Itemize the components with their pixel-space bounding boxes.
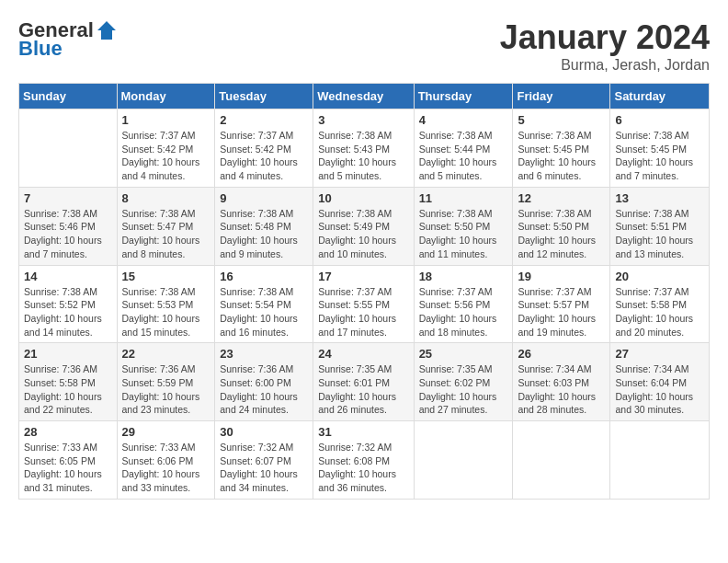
day-info: Sunrise: 7:36 AMSunset: 6:00 PMDaylight:… xyxy=(220,362,308,417)
day-number: 20 xyxy=(615,270,704,283)
calendar-cell xyxy=(610,421,710,500)
header-saturday: Saturday xyxy=(610,84,710,109)
day-info: Sunrise: 7:35 AMSunset: 6:01 PMDaylight:… xyxy=(318,362,408,417)
day-info: Sunrise: 7:36 AMSunset: 5:59 PMDaylight:… xyxy=(122,362,210,417)
calendar-subtitle: Burma, Jerash, Jordan xyxy=(500,57,710,74)
calendar-cell: 19Sunrise: 7:37 AMSunset: 5:57 PMDayligh… xyxy=(513,265,610,343)
calendar-cell: 23Sunrise: 7:36 AMSunset: 6:00 PMDayligh… xyxy=(215,343,313,421)
day-number: 22 xyxy=(122,347,210,361)
calendar-cell: 3Sunrise: 7:38 AMSunset: 5:43 PMDaylight… xyxy=(313,109,414,188)
calendar-cell: 21Sunrise: 7:36 AMSunset: 5:58 PMDayligh… xyxy=(19,343,118,421)
logo-icon xyxy=(96,19,118,41)
calendar-cell: 1Sunrise: 7:37 AMSunset: 5:42 PMDaylight… xyxy=(117,109,215,188)
day-info: Sunrise: 7:38 AMSunset: 5:49 PMDaylight:… xyxy=(318,207,408,261)
day-number: 11 xyxy=(419,191,508,205)
day-number: 8 xyxy=(122,191,210,205)
day-number: 25 xyxy=(419,347,508,361)
day-number: 24 xyxy=(318,347,408,361)
calendar-title: January 2024 xyxy=(500,18,710,57)
day-info: Sunrise: 7:38 AMSunset: 5:54 PMDaylight:… xyxy=(220,285,308,339)
calendar-cell: 10Sunrise: 7:38 AMSunset: 5:49 PMDayligh… xyxy=(313,187,414,265)
calendar-cell: 16Sunrise: 7:38 AMSunset: 5:54 PMDayligh… xyxy=(215,265,313,343)
day-info: Sunrise: 7:34 AMSunset: 6:03 PMDaylight:… xyxy=(518,362,605,417)
calendar-cell: 13Sunrise: 7:38 AMSunset: 5:51 PMDayligh… xyxy=(610,187,710,265)
day-info: Sunrise: 7:32 AMSunset: 6:07 PMDaylight:… xyxy=(220,441,308,495)
day-info: Sunrise: 7:33 AMSunset: 6:06 PMDaylight:… xyxy=(122,441,210,495)
header-thursday: Thursday xyxy=(414,84,513,109)
week-row-4: 21Sunrise: 7:36 AMSunset: 5:58 PMDayligh… xyxy=(19,343,710,421)
calendar-cell: 27Sunrise: 7:34 AMSunset: 6:04 PMDayligh… xyxy=(610,343,710,421)
calendar-cell: 7Sunrise: 7:38 AMSunset: 5:46 PMDaylight… xyxy=(19,187,118,265)
week-row-5: 28Sunrise: 7:33 AMSunset: 6:05 PMDayligh… xyxy=(19,421,710,500)
svg-marker-0 xyxy=(97,21,116,40)
calendar-cell: 12Sunrise: 7:38 AMSunset: 5:50 PMDayligh… xyxy=(513,187,610,265)
day-number: 17 xyxy=(318,270,408,283)
day-info: Sunrise: 7:38 AMSunset: 5:48 PMDaylight:… xyxy=(220,207,308,261)
day-number: 10 xyxy=(318,191,408,205)
calendar-cell xyxy=(414,421,513,500)
logo-blue-text: Blue xyxy=(18,37,63,61)
day-info: Sunrise: 7:37 AMSunset: 5:56 PMDaylight:… xyxy=(419,285,508,339)
calendar-cell: 20Sunrise: 7:37 AMSunset: 5:58 PMDayligh… xyxy=(610,265,710,343)
calendar-cell: 18Sunrise: 7:37 AMSunset: 5:56 PMDayligh… xyxy=(414,265,513,343)
calendar-cell: 30Sunrise: 7:32 AMSunset: 6:07 PMDayligh… xyxy=(215,421,313,500)
day-info: Sunrise: 7:38 AMSunset: 5:47 PMDaylight:… xyxy=(122,207,210,261)
day-info: Sunrise: 7:37 AMSunset: 5:58 PMDaylight:… xyxy=(615,285,704,339)
day-number: 4 xyxy=(419,113,508,127)
day-info: Sunrise: 7:37 AMSunset: 5:57 PMDaylight:… xyxy=(518,285,605,339)
day-info: Sunrise: 7:33 AMSunset: 6:05 PMDaylight:… xyxy=(24,441,112,495)
calendar-cell: 11Sunrise: 7:38 AMSunset: 5:50 PMDayligh… xyxy=(414,187,513,265)
calendar-cell: 8Sunrise: 7:38 AMSunset: 5:47 PMDaylight… xyxy=(117,187,215,265)
day-number: 2 xyxy=(220,113,308,127)
day-number: 6 xyxy=(615,113,704,127)
header-wednesday: Wednesday xyxy=(313,84,414,109)
day-info: Sunrise: 7:35 AMSunset: 6:02 PMDaylight:… xyxy=(419,362,508,417)
day-info: Sunrise: 7:38 AMSunset: 5:46 PMDaylight:… xyxy=(24,207,112,261)
calendar-cell: 15Sunrise: 7:38 AMSunset: 5:53 PMDayligh… xyxy=(117,265,215,343)
page-header: General Blue January 2024 Burma, Jerash,… xyxy=(18,18,710,74)
header-monday: Monday xyxy=(117,84,215,109)
calendar-cell: 2Sunrise: 7:37 AMSunset: 5:42 PMDaylight… xyxy=(215,109,313,188)
day-number: 23 xyxy=(220,347,308,361)
day-info: Sunrise: 7:36 AMSunset: 5:58 PMDaylight:… xyxy=(24,362,112,417)
day-number: 9 xyxy=(220,191,308,205)
day-number: 12 xyxy=(518,191,605,205)
calendar-cell: 22Sunrise: 7:36 AMSunset: 5:59 PMDayligh… xyxy=(117,343,215,421)
day-info: Sunrise: 7:38 AMSunset: 5:51 PMDaylight:… xyxy=(615,207,704,261)
day-info: Sunrise: 7:37 AMSunset: 5:42 PMDaylight:… xyxy=(122,129,210,183)
calendar-cell xyxy=(19,109,118,188)
header-friday: Friday xyxy=(513,84,610,109)
day-info: Sunrise: 7:38 AMSunset: 5:45 PMDaylight:… xyxy=(518,129,605,183)
day-info: Sunrise: 7:38 AMSunset: 5:52 PMDaylight:… xyxy=(24,285,112,339)
title-section: January 2024 Burma, Jerash, Jordan xyxy=(500,18,710,74)
day-number: 13 xyxy=(615,191,704,205)
calendar-cell: 6Sunrise: 7:38 AMSunset: 5:45 PMDaylight… xyxy=(610,109,710,188)
day-number: 26 xyxy=(518,347,605,361)
day-number: 3 xyxy=(318,113,408,127)
calendar-cell: 24Sunrise: 7:35 AMSunset: 6:01 PMDayligh… xyxy=(313,343,414,421)
day-number: 21 xyxy=(24,347,112,361)
calendar-table: SundayMondayTuesdayWednesdayThursdayFrid… xyxy=(18,83,710,500)
header-sunday: Sunday xyxy=(19,84,118,109)
day-number: 18 xyxy=(419,270,508,283)
calendar-cell: 26Sunrise: 7:34 AMSunset: 6:03 PMDayligh… xyxy=(513,343,610,421)
day-info: Sunrise: 7:38 AMSunset: 5:50 PMDaylight:… xyxy=(419,207,508,261)
day-number: 15 xyxy=(122,270,210,283)
week-row-3: 14Sunrise: 7:38 AMSunset: 5:52 PMDayligh… xyxy=(19,265,710,343)
calendar-cell: 28Sunrise: 7:33 AMSunset: 6:05 PMDayligh… xyxy=(19,421,118,500)
day-info: Sunrise: 7:37 AMSunset: 5:42 PMDaylight:… xyxy=(220,129,308,183)
day-number: 16 xyxy=(220,270,308,283)
calendar-cell: 4Sunrise: 7:38 AMSunset: 5:44 PMDaylight… xyxy=(414,109,513,188)
header-tuesday: Tuesday xyxy=(215,84,313,109)
day-info: Sunrise: 7:38 AMSunset: 5:45 PMDaylight:… xyxy=(615,129,704,183)
day-number: 28 xyxy=(24,425,112,439)
calendar-cell: 29Sunrise: 7:33 AMSunset: 6:06 PMDayligh… xyxy=(117,421,215,500)
calendar-cell: 5Sunrise: 7:38 AMSunset: 5:45 PMDaylight… xyxy=(513,109,610,188)
day-info: Sunrise: 7:38 AMSunset: 5:50 PMDaylight:… xyxy=(518,207,605,261)
calendar-cell xyxy=(513,421,610,500)
day-number: 19 xyxy=(518,270,605,283)
day-number: 5 xyxy=(518,113,605,127)
calendar-header-row: SundayMondayTuesdayWednesdayThursdayFrid… xyxy=(19,84,710,109)
day-info: Sunrise: 7:38 AMSunset: 5:53 PMDaylight:… xyxy=(122,285,210,339)
week-row-1: 1Sunrise: 7:37 AMSunset: 5:42 PMDaylight… xyxy=(19,109,710,188)
